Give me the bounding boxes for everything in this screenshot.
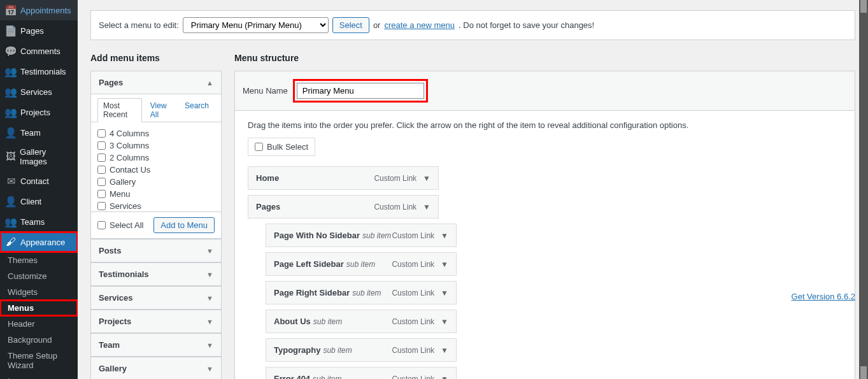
page-item[interactable]: 3 Columns bbox=[97, 139, 215, 152]
page-item[interactable]: 2 Columns bbox=[97, 152, 215, 164]
expand-icon: ▼ bbox=[206, 247, 213, 255]
menu-dropdown[interactable]: Primary Menu (Primary Menu) bbox=[183, 17, 329, 33]
panel-testimonials[interactable]: Testimonials▼ bbox=[91, 263, 221, 285]
tab-most-recent[interactable]: Most Recent bbox=[97, 98, 142, 122]
bulk-select-row[interactable]: Bulk Select bbox=[248, 138, 315, 156]
pages-tabs: Most Recent View All Search bbox=[91, 94, 221, 122]
pages-panel: Pages ▲ Most Recent View All Search 4 Co… bbox=[90, 71, 222, 239]
sidebar-item-services[interactable]: 👥Services bbox=[0, 82, 78, 102]
menu-structure-item[interactable]: HomeCustom Link▼ bbox=[248, 166, 439, 190]
chevron-down-icon[interactable]: ▼ bbox=[441, 231, 448, 240]
sidebar-item-appearance[interactable]: 🖌Appearance bbox=[0, 232, 78, 252]
expand-icon: ▼ bbox=[206, 341, 213, 349]
version-link[interactable]: Get Version 6.6.2 bbox=[792, 292, 855, 301]
select-button[interactable]: Select bbox=[332, 17, 369, 33]
chevron-down-icon[interactable]: ▼ bbox=[423, 203, 430, 211]
add-to-menu-button[interactable]: Add to Menu bbox=[153, 217, 215, 233]
sidebar-sub-menus[interactable]: Menus bbox=[0, 300, 78, 316]
reminder-text: . Do not forget to save your changes! bbox=[459, 20, 594, 30]
bulk-select-checkbox[interactable] bbox=[255, 143, 263, 151]
sidebar-item-pages[interactable]: 📄Pages bbox=[0, 20, 78, 41]
gallery-images-icon: 🖼 bbox=[5, 151, 16, 162]
sidebar-sub-background[interactable]: Background bbox=[0, 332, 78, 348]
sidebar-item-comments[interactable]: 💬Comments bbox=[0, 41, 78, 61]
menu-structure-item[interactable]: PagesCustom Link▼ bbox=[248, 195, 439, 218]
page-checkbox[interactable] bbox=[97, 178, 106, 186]
tab-search[interactable]: Search bbox=[179, 98, 215, 122]
main-content: Select a menu to edit: Primary Menu (Pri… bbox=[78, 0, 868, 379]
drag-hint: Drag the items into the order you prefer… bbox=[248, 120, 842, 130]
panel-projects[interactable]: Projects▼ bbox=[91, 310, 221, 333]
scroll-down-icon[interactable] bbox=[860, 366, 867, 379]
menu-structure-item[interactable]: Typographysub itemCustom Link▼ bbox=[266, 338, 457, 362]
page-checkbox[interactable] bbox=[97, 141, 106, 150]
page-checkbox[interactable] bbox=[97, 190, 106, 198]
chevron-down-icon[interactable]: ▼ bbox=[441, 317, 448, 326]
appointments-icon: 📅 bbox=[5, 4, 17, 16]
create-menu-link[interactable]: create a new menu bbox=[384, 20, 455, 30]
comments-icon: 💬 bbox=[5, 45, 17, 57]
page-item[interactable]: Contact Us bbox=[97, 164, 215, 176]
expand-icon: ▼ bbox=[206, 294, 213, 302]
panel-team[interactable]: Team▼ bbox=[91, 334, 221, 356]
page-item[interactable]: Gallery bbox=[97, 176, 215, 188]
tab-view-all[interactable]: View All bbox=[145, 98, 176, 122]
menu-name-input[interactable] bbox=[297, 83, 424, 99]
panel-gallery[interactable]: Gallery▼ bbox=[91, 357, 221, 379]
testimonials-icon: 👥 bbox=[5, 66, 17, 77]
sidebar-item-client[interactable]: 👤Client bbox=[0, 191, 78, 211]
menu-structure-item[interactable]: Page With No Sidebarsub itemCustom Link▼ bbox=[266, 224, 457, 247]
sidebar-item-plugins[interactable]: 🔌Plugins bbox=[0, 373, 78, 379]
menu-structure-item[interactable]: Error 404sub itemCustom Link▼ bbox=[266, 367, 457, 379]
select-all-row[interactable]: Select All bbox=[97, 219, 143, 231]
page-checkbox[interactable] bbox=[97, 166, 106, 174]
sidebar-sub-widgets[interactable]: Widgets bbox=[0, 284, 78, 300]
page-item[interactable]: Services bbox=[97, 200, 215, 211]
team-icon: 👤 bbox=[5, 127, 17, 138]
menu-structure-item[interactable]: About Ussub itemCustom Link▼ bbox=[266, 310, 457, 333]
page-item[interactable]: Menu bbox=[97, 188, 215, 200]
pages-icon: 📄 bbox=[5, 25, 17, 36]
select-all-checkbox[interactable] bbox=[97, 221, 106, 229]
window-scrollbar[interactable] bbox=[859, 0, 868, 379]
sidebar-sub-header[interactable]: Header bbox=[0, 316, 78, 332]
add-items-heading: Add menu items bbox=[90, 53, 222, 63]
page-checkbox[interactable] bbox=[97, 202, 106, 210]
panel-services[interactable]: Services▼ bbox=[91, 287, 221, 309]
pages-checklist[interactable]: 4 Columns3 Columns2 ColumnsContact UsGal… bbox=[91, 122, 221, 211]
sidebar-sub-themes[interactable]: Themes bbox=[0, 252, 78, 268]
panel-posts[interactable]: Posts▼ bbox=[91, 240, 221, 262]
appearance-icon: 🖌 bbox=[5, 236, 17, 248]
sidebar-item-teams[interactable]: 👥Teams bbox=[0, 211, 78, 232]
page-checkbox[interactable] bbox=[97, 154, 106, 162]
menu-structure-item[interactable]: Page Left Sidebarsub itemCustom Link▼ bbox=[266, 252, 457, 276]
menu-name-label: Menu Name bbox=[243, 86, 288, 96]
menu-structure-heading: Menu structure bbox=[234, 53, 855, 63]
chevron-down-icon[interactable]: ▼ bbox=[441, 346, 448, 355]
chevron-down-icon[interactable]: ▼ bbox=[441, 260, 448, 269]
sidebar-item-appointments[interactable]: 📅Appointments bbox=[0, 0, 78, 20]
sidebar-item-contact[interactable]: ✉Contact bbox=[0, 171, 78, 191]
or-text: or bbox=[373, 20, 381, 30]
chevron-down-icon[interactable]: ▼ bbox=[441, 375, 448, 380]
projects-icon: 👥 bbox=[5, 106, 17, 118]
chevron-down-icon[interactable]: ▼ bbox=[441, 289, 448, 297]
sidebar-sub-theme-setup-wizard[interactable]: Theme Setup Wizard bbox=[0, 348, 78, 373]
sidebar-item-testimonials[interactable]: 👥Testimonials bbox=[0, 61, 78, 82]
pages-panel-title: Pages bbox=[99, 78, 123, 87]
sidebar-item-gallery-images[interactable]: 🖼Gallery Images bbox=[0, 143, 78, 171]
expand-icon: ▼ bbox=[206, 365, 213, 373]
collapse-icon: ▲ bbox=[206, 79, 213, 87]
page-item[interactable]: 4 Columns bbox=[97, 127, 215, 139]
sidebar-item-team[interactable]: 👤Team bbox=[0, 122, 78, 143]
sidebar-item-projects[interactable]: 👥Projects bbox=[0, 102, 78, 122]
sidebar-sub-customize[interactable]: Customize bbox=[0, 268, 78, 284]
select-menu-label: Select a menu to edit: bbox=[99, 20, 179, 30]
page-checkbox[interactable] bbox=[97, 129, 106, 138]
select-all-label: Select All bbox=[110, 220, 143, 230]
menu-structure-item[interactable]: Page Right Sidebarsub itemCustom Link▼ bbox=[266, 281, 457, 304]
scroll-up-icon[interactable] bbox=[860, 0, 867, 13]
pages-panel-header[interactable]: Pages ▲ bbox=[91, 71, 221, 94]
expand-icon: ▼ bbox=[206, 318, 213, 325]
chevron-down-icon[interactable]: ▼ bbox=[423, 174, 430, 183]
